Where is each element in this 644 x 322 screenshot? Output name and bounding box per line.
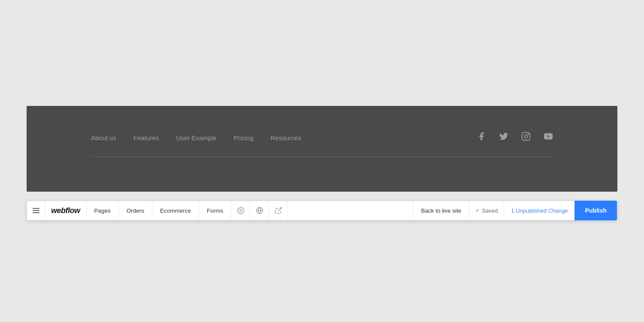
site-preview: About us Features User Example Pricing R… bbox=[27, 106, 617, 192]
saved-status: ✓ Saved bbox=[469, 201, 504, 220]
forms-nav-item[interactable]: Forms bbox=[199, 201, 231, 220]
svg-line-7 bbox=[278, 208, 281, 211]
footer-link-pricing[interactable]: Pricing bbox=[234, 134, 254, 141]
facebook-icon[interactable] bbox=[477, 132, 486, 144]
footer-link-about-us[interactable]: About us bbox=[91, 134, 116, 141]
svg-point-1 bbox=[524, 135, 527, 138]
footer-nav: About us Features User Example Pricing R… bbox=[91, 123, 553, 152]
share-icon-button[interactable] bbox=[269, 201, 288, 220]
webflow-toolbar: webflow Pages Orders Ecommerce Forms bbox=[27, 201, 617, 220]
hamburger-menu-button[interactable] bbox=[27, 201, 45, 220]
back-to-live-site-button[interactable]: Back to live site bbox=[413, 201, 469, 220]
footer-link-user-example[interactable]: User Example bbox=[176, 134, 216, 141]
saved-checkmark: ✓ bbox=[475, 208, 480, 214]
toolbar-right: Back to live site ✓ Saved 1 Unpublished … bbox=[413, 201, 617, 220]
ecommerce-nav-item[interactable]: Ecommerce bbox=[152, 201, 199, 220]
svg-point-2 bbox=[528, 134, 529, 135]
instagram-icon[interactable] bbox=[521, 132, 531, 144]
toolbar-nav-items: Pages Orders Ecommerce Forms bbox=[87, 201, 288, 220]
unpublished-change-button[interactable]: 1 Unpublished Change bbox=[504, 201, 574, 220]
webflow-brand[interactable]: webflow bbox=[45, 201, 87, 220]
globe-icon-button[interactable] bbox=[250, 201, 269, 220]
footer-link-features[interactable]: Features bbox=[133, 134, 159, 141]
svg-point-4 bbox=[240, 210, 242, 212]
pages-nav-item[interactable]: Pages bbox=[87, 201, 119, 220]
settings-icon-button[interactable] bbox=[231, 201, 250, 220]
svg-rect-0 bbox=[522, 132, 530, 140]
saved-label: Saved bbox=[482, 208, 498, 214]
footer-divider bbox=[91, 156, 553, 157]
orders-nav-item[interactable]: Orders bbox=[119, 201, 152, 220]
footer-social-icons bbox=[477, 132, 553, 144]
publish-button[interactable]: Publish bbox=[574, 201, 617, 220]
canvas: About us Features User Example Pricing R… bbox=[0, 0, 644, 322]
twitter-icon[interactable] bbox=[499, 132, 508, 144]
youtube-icon[interactable] bbox=[544, 132, 553, 144]
brand-text: webflow bbox=[51, 206, 80, 215]
footer-nav-links: About us Features User Example Pricing R… bbox=[91, 134, 301, 141]
footer-link-resources[interactable]: Resources bbox=[270, 134, 301, 141]
